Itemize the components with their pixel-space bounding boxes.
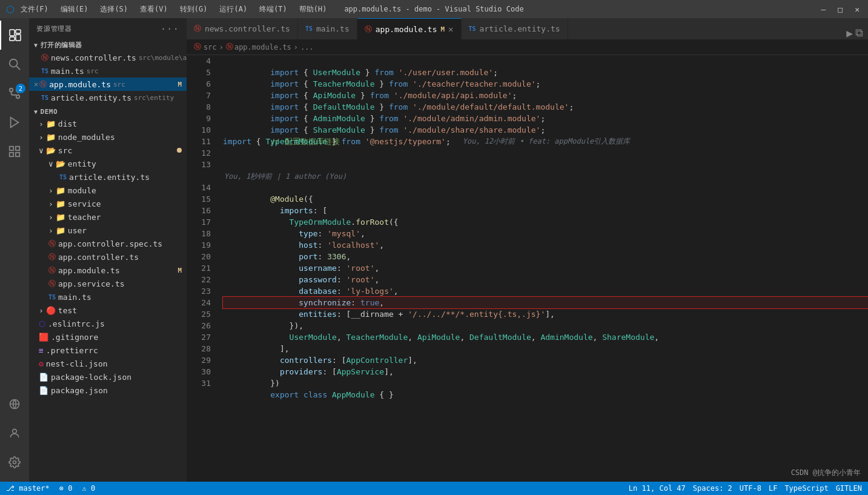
folder-test[interactable]: › 🔴 test (29, 304, 187, 317)
error-count[interactable]: ⊗ 0 (59, 484, 73, 493)
line-num-20: 20 (187, 251, 211, 262)
file-prettierrc[interactable]: ≡ .prettierrc (29, 344, 187, 357)
folder-icon: 📁 (56, 226, 65, 235)
file-eslintrc[interactable]: ⬡ .eslintrc.js (29, 317, 187, 330)
file-package-json[interactable]: 📄 package.json (29, 384, 187, 397)
breadcrumb-more[interactable]: ... (300, 43, 314, 51)
open-editor-app-module[interactable]: ✕ Ⓝ app.module.ts src M (29, 78, 187, 91)
ts-file-icon: TS (41, 68, 48, 75)
chevron-right-icon: › (48, 213, 53, 222)
code-line-20: username: 'root', (223, 251, 868, 262)
menu-view[interactable]: 查看(V) (137, 3, 170, 16)
close-icon[interactable]: ✕ (34, 80, 38, 88)
close-button[interactable]: ✕ (851, 5, 863, 14)
language-indicator[interactable]: TypeScript (784, 484, 828, 493)
file-label: app.module.ts (58, 266, 120, 275)
folder-user[interactable]: › 📁 user (29, 224, 187, 237)
folder-src[interactable]: ∨ 📂 src (29, 144, 187, 157)
file-main-ts[interactable]: TS main.ts (29, 290, 187, 304)
tab-main-ts[interactable]: TS main.ts (298, 18, 357, 39)
encoding-indicator[interactable]: UTF-8 (740, 484, 761, 493)
demo-chevron: ▼ (34, 108, 38, 115)
demo-section[interactable]: ▼ DEMO (29, 107, 187, 117)
folder-service[interactable]: › 📁 service (29, 197, 187, 210)
sidebar-menu-icon[interactable]: ··· (161, 23, 179, 35)
svg-point-15 (13, 429, 17, 433)
file-label: .gitignore (51, 333, 98, 342)
split-editor-icon[interactable]: ⧉ (855, 26, 863, 39)
sidebar: 资源管理器 ··· ▼ 打开的编辑器 Ⓝ news.controller.ts … (29, 18, 187, 482)
tab-modified-indicator: M (440, 25, 445, 33)
line-ending-indicator[interactable]: LF (769, 484, 777, 493)
open-editor-path: src\entity (134, 94, 174, 102)
maximize-button[interactable]: □ (834, 5, 846, 14)
code-line-13 (223, 159, 868, 170)
folder-module[interactable]: › 📁 module (29, 184, 187, 197)
chevron-right-icon: › (39, 119, 44, 128)
folder-node-modules[interactable]: › 📁 node_modules (29, 130, 187, 144)
file-package-lock[interactable]: 📄 package-lock.json (29, 370, 187, 384)
tab-bar: Ⓝ news.controller.ts TS main.ts Ⓝ app.mo… (187, 18, 868, 39)
open-editor-article-entity[interactable]: TS article.entity.ts src\entity (29, 91, 187, 104)
breadcrumb-filename[interactable]: app.module.ts (234, 43, 291, 51)
account-activity-icon[interactable] (0, 419, 29, 448)
search-activity-icon[interactable] (0, 50, 29, 79)
remote-activity-icon[interactable] (0, 390, 29, 419)
file-label: .eslintrc.js (48, 319, 105, 328)
breadcrumb-src[interactable]: src (204, 43, 217, 51)
folder-teacher[interactable]: › 📁 teacher (29, 210, 187, 224)
git-badge: 2 (16, 84, 25, 93)
file-app-controller-spec[interactable]: Ⓝ app.controller.spec.ts (29, 237, 187, 250)
settings-activity-icon[interactable] (0, 448, 29, 477)
titlebar: ⬡ 文件(F) 编辑(E) 选择(S) 查看(V) 转到(G) 运行(A) 终端… (0, 0, 868, 18)
tab-app-module[interactable]: Ⓝ app.module.ts M ✕ (357, 18, 462, 39)
line-num-17: 17 (187, 216, 211, 228)
folder-entity[interactable]: ∨ 📂 entity (29, 157, 187, 170)
svg-rect-2 (16, 35, 21, 41)
window-title: app.module.ts - demo - Visual Studio Cod… (344, 5, 523, 13)
git-icon: 🟥 (39, 333, 48, 342)
open-editor-filename: news.controller.ts (51, 53, 136, 62)
git-branch-status[interactable]: ⎇ master* (6, 484, 50, 493)
file-nest-cli[interactable]: ⚙ nest-cli.json (29, 357, 187, 370)
open-editor-news-controller[interactable]: Ⓝ news.controller.ts src\module\admin\co… (29, 51, 187, 64)
tab-close-icon[interactable]: ✕ (448, 24, 453, 34)
gitlen-indicator[interactable]: GITLEN (836, 484, 862, 493)
line-num-21: 21 (187, 262, 211, 274)
menu-select[interactable]: 选择(S) (98, 3, 130, 16)
code-editor[interactable]: 4 5 6 7 8 9 10 11 12 13 14 15 16 17 18 1… (187, 55, 868, 482)
file-gitignore[interactable]: 🟥 .gitignore (29, 330, 187, 344)
code-line-8: import { AdminModule } from './module/ad… (223, 101, 868, 113)
run-icon[interactable]: ▶ (846, 27, 853, 39)
code-line-9: import { ShareModule } from './module/sh… (223, 113, 868, 124)
spaces-indicator[interactable]: Spaces: 2 (693, 484, 732, 493)
menu-goto[interactable]: 转到(G) (177, 3, 210, 16)
file-app-service[interactable]: Ⓝ app.service.ts (29, 277, 187, 290)
menu-bar[interactable]: 文件(F) 编辑(E) 选择(S) 查看(V) 转到(G) 运行(A) 终端(T… (18, 3, 330, 16)
file-app-controller[interactable]: Ⓝ app.controller.ts (29, 250, 187, 264)
minimize-button[interactable]: — (818, 5, 830, 14)
git-activity-icon[interactable]: 2 (0, 79, 29, 108)
open-editors-section[interactable]: ▼ 打开的编辑器 (29, 39, 187, 51)
window-controls[interactable]: — □ ✕ (818, 5, 863, 14)
menu-file[interactable]: 文件(F) (18, 3, 51, 16)
file-app-module[interactable]: Ⓝ app.module.ts M (29, 264, 187, 277)
open-editor-path: src (113, 81, 125, 88)
tab-article-entity[interactable]: TS article.entity.ts (462, 18, 568, 39)
menu-edit[interactable]: 编辑(E) (58, 3, 91, 16)
open-editor-main-ts[interactable]: TS main.ts src (29, 64, 187, 78)
folder-dist[interactable]: › 📁 dist (29, 117, 187, 130)
menu-terminal[interactable]: 终端(T) (257, 3, 290, 16)
line-col-indicator[interactable]: Ln 11, Col 47 (629, 484, 686, 493)
line-numbers: 4 5 6 7 8 9 10 11 12 13 14 15 16 17 18 1… (187, 55, 217, 482)
file-article-entity[interactable]: TS article.entity.ts (29, 170, 187, 184)
tab-news-controller[interactable]: Ⓝ news.controller.ts (187, 18, 298, 39)
code-lines[interactable]: import { UserModule } from './user/user.… (217, 55, 868, 482)
menu-run[interactable]: 运行(A) (217, 3, 250, 16)
warning-count[interactable]: ⚠ 0 (82, 484, 95, 493)
extensions-activity-icon[interactable] (0, 137, 29, 166)
explorer-activity-icon[interactable] (0, 21, 29, 50)
menu-help[interactable]: 帮助(H) (297, 3, 330, 16)
debug-activity-icon[interactable] (0, 108, 29, 137)
chevron-right-icon: › (48, 226, 53, 235)
